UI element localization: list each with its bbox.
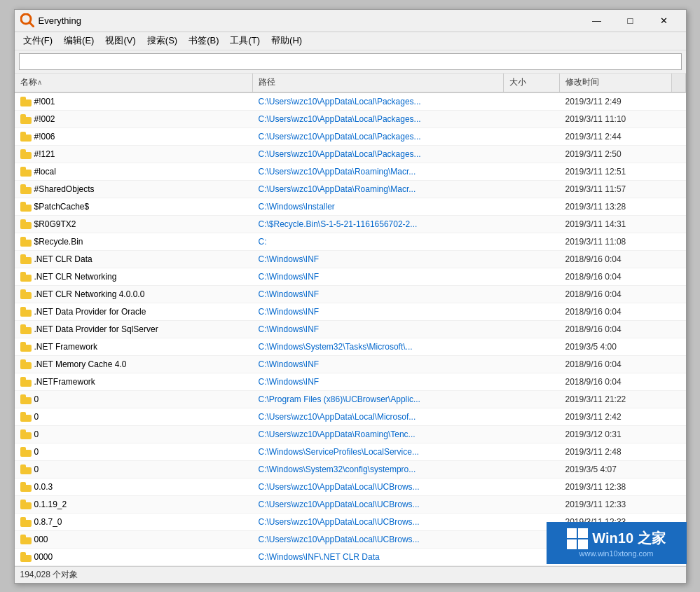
table-row[interactable]: 0 C:\Users\wzc10\AppData\Roaming\Tenc...… (15, 426, 686, 443)
cell-path: C:\Windows\INF (253, 251, 504, 268)
folder-icon (20, 359, 32, 369)
cell-date: 2019/3/5 4:07 (560, 461, 672, 478)
windows-logo-icon (567, 528, 588, 549)
table-row[interactable]: $R0G9TX2 C:\$Recycle.Bin\S-1-5-21-116165… (15, 216, 686, 233)
folder-icon (20, 307, 32, 317)
table-row[interactable]: 0 C:\Program Files (x86)\UCBrowser\Appli… (15, 391, 686, 408)
cell-path: C:\Users\wzc10\AppData\Roaming\Macr... (253, 163, 504, 180)
table-row[interactable]: #SharedObjects C:\Users\wzc10\AppData\Ro… (15, 181, 686, 198)
menu-bookmarks[interactable]: 书签(B) (183, 32, 224, 49)
cell-path: C:\Users\wzc10\AppData\Roaming\Tenc... (253, 426, 504, 443)
cell-size (504, 286, 560, 303)
folder-icon (20, 517, 32, 527)
table-row[interactable]: .NET CLR Networking 4.0.0.0 C:\Windows\I… (15, 286, 686, 303)
table-row[interactable]: #local C:\Users\wzc10\AppData\Roaming\Ma… (15, 163, 686, 181)
table-row[interactable]: 0 C:\Users\wzc10\AppData\Local\Microsof.… (15, 408, 686, 426)
table-row[interactable]: .NETFramework C:\Windows\INF 2018/9/16 0… (15, 373, 686, 391)
folder-icon (20, 97, 32, 106)
cell-date: 2018/9/16 0:04 (560, 251, 672, 268)
svg-rect-4 (567, 539, 577, 549)
row-name: 0 (34, 464, 39, 474)
row-name: $R0G9TX2 (34, 219, 76, 229)
cell-name: 0 (15, 461, 253, 478)
cell-name: 0.0.3 (15, 479, 253, 495)
cell-path: C:\Users\wzc10\AppData\Local\Packages... (253, 146, 504, 163)
menu-tools[interactable]: 工具(T) (224, 32, 266, 49)
cell-size (504, 303, 560, 320)
table-row[interactable]: .NET CLR Networking C:\Windows\INF 2018/… (15, 268, 686, 286)
row-name: #!121 (34, 149, 55, 159)
folder-icon (20, 219, 32, 229)
row-name: #!001 (34, 97, 55, 106)
watermark-logo: Win10 之家 (567, 528, 665, 549)
cell-name: 0 (15, 443, 253, 460)
table-row[interactable]: .NET Memory Cache 4.0 C:\Windows\INF 201… (15, 356, 686, 373)
table-row[interactable]: 0.0.3 C:\Users\wzc10\AppData\Local\UCBro… (15, 479, 686, 496)
cell-date: 2018/9/16 0:04 (560, 373, 672, 390)
table-row[interactable]: #!001 C:\Users\wzc10\AppData\Local\Packa… (15, 93, 686, 111)
cell-name: #!121 (15, 146, 253, 163)
watermark-text-sub: www.win10xtong.com (579, 549, 654, 558)
status-bar: 194,028 个对象 (15, 566, 686, 583)
table-row[interactable]: .NET Framework C:\Windows\System32\Tasks… (15, 338, 686, 356)
cell-name: #local (15, 163, 253, 180)
content-area: 名称 路径 大小 修改时间 #!001 C:\Users\wzc10\AppDa… (15, 74, 686, 566)
cell-size (504, 426, 560, 443)
cell-size (504, 198, 560, 215)
cell-date: 2019/3/12 0:31 (560, 426, 672, 443)
table-row[interactable]: 0 C:\Windows\System32\config\systempro..… (15, 461, 686, 479)
menu-edit[interactable]: 编辑(E) (58, 32, 99, 49)
cell-path: C:\Windows\System32\Tasks\Microsoft\... (253, 338, 504, 355)
table-row[interactable]: #!006 C:\Users\wzc10\AppData\Local\Packa… (15, 128, 686, 146)
row-name: .NETFramework (34, 377, 95, 387)
cell-size (504, 268, 560, 285)
maximize-button[interactable]: □ (615, 9, 647, 32)
table-row[interactable]: .NET Data Provider for SqlServer C:\Wind… (15, 321, 686, 338)
folder-icon (20, 377, 32, 387)
svg-rect-5 (578, 539, 588, 549)
folder-icon (20, 132, 32, 142)
cell-date: 2019/3/11 12:38 (560, 479, 672, 495)
table-row[interactable]: #!002 C:\Users\wzc10\AppData\Local\Packa… (15, 111, 686, 128)
folder-icon (20, 184, 32, 194)
cell-size (504, 373, 560, 390)
col-header-date[interactable]: 修改时间 (560, 74, 672, 92)
svg-line-1 (29, 22, 34, 27)
col-header-name[interactable]: 名称 (15, 74, 253, 92)
table-row[interactable]: $PatchCache$ C:\Windows\Installer 2019/3… (15, 198, 686, 216)
cell-name: .NET CLR Networking 4.0.0.0 (15, 286, 253, 303)
cell-name: 0 (15, 426, 253, 443)
folder-icon (20, 394, 32, 404)
menu-search[interactable]: 搜索(S) (142, 32, 183, 49)
cell-date: 2019/3/11 11:10 (560, 111, 672, 128)
menu-file[interactable]: 文件(F) (18, 32, 59, 49)
table-row[interactable]: .NET CLR Data C:\Windows\INF 2018/9/16 0… (15, 251, 686, 268)
cell-date: 2019/3/11 2:42 (560, 408, 672, 425)
folder-icon (20, 289, 32, 299)
minimize-button[interactable]: — (581, 9, 613, 32)
row-name: .NET Data Provider for Oracle (34, 307, 146, 317)
table-row[interactable]: $Recycle.Bin C: 2019/3/11 11:08 (15, 233, 686, 251)
col-header-size[interactable]: 大小 (504, 74, 560, 92)
cell-name: $PatchCache$ (15, 198, 253, 215)
menu-help[interactable]: 帮助(H) (266, 32, 308, 49)
folder-icon (20, 237, 32, 247)
search-input[interactable] (19, 53, 682, 70)
cell-path: C:\Program Files (x86)\UCBrowser\Applic.… (253, 391, 504, 408)
folder-icon (20, 167, 32, 177)
table-row[interactable]: 0 C:\Windows\ServiceProfiles\LocalServic… (15, 443, 686, 461)
table-row[interactable]: #!121 C:\Users\wzc10\AppData\Local\Packa… (15, 146, 686, 163)
close-button[interactable]: ✕ (648, 9, 680, 32)
cell-name: .NETFramework (15, 373, 253, 390)
folder-icon (20, 114, 32, 124)
table-row[interactable]: .NET Data Provider for Oracle C:\Windows… (15, 303, 686, 321)
table-row[interactable]: 0.1.19_2 C:\Users\wzc10\AppData\Local\UC… (15, 496, 686, 514)
col-header-path[interactable]: 路径 (253, 74, 504, 92)
cell-path: C:\Users\wzc10\AppData\Local\UCBrows... (253, 531, 504, 548)
cell-size (504, 408, 560, 425)
cell-path: C:\Users\wzc10\AppData\Roaming\Macr... (253, 181, 504, 198)
menu-view[interactable]: 视图(V) (99, 32, 141, 49)
cell-name: 000 (15, 531, 253, 548)
cell-date: 2019/3/11 12:51 (560, 163, 672, 180)
cell-name: #!006 (15, 128, 253, 145)
